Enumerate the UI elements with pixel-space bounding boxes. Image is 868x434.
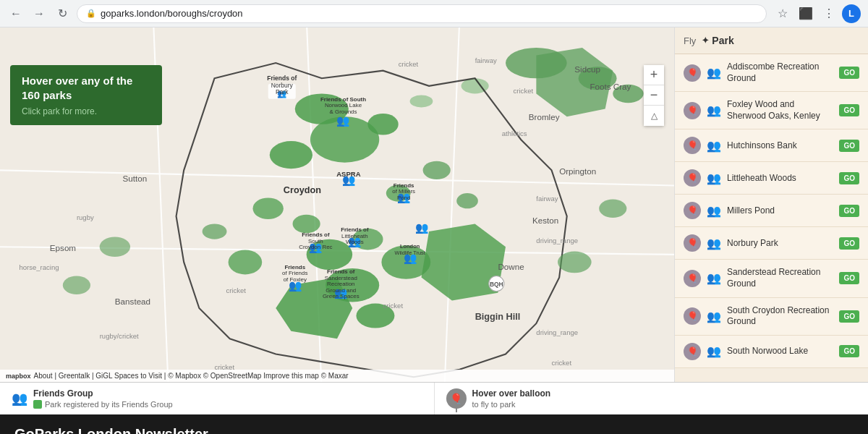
go-badge[interactable]: GO: [839, 345, 859, 357]
zoom-out-button[interactable]: −: [644, 85, 664, 106]
svg-point-14: [270, 141, 312, 169]
park-group-icon: 👥: [707, 139, 721, 153]
svg-text:Croydon: Croydon: [284, 185, 321, 195]
svg-point-10: [410, 95, 433, 108]
svg-point-27: [293, 215, 320, 233]
friends-group-icon: 👥: [12, 391, 27, 407]
panel-header: Fly ✦ Park: [675, 27, 868, 54]
svg-text:Downe: Downe: [498, 262, 524, 271]
park-list-item[interactable]: 🎈 👥 Sanderstead Recreation Ground GO: [675, 260, 868, 297]
park-list-item[interactable]: 🎈 👥 Addiscombe Recreation Ground GO: [675, 54, 868, 92]
bookmark-btn[interactable]: ☆: [773, 4, 793, 24]
svg-text:Wildlife Trust: Wildlife Trust: [394, 250, 425, 256]
map-container[interactable]: Sidcup Foots Cray Bromley Orpington Kest…: [0, 27, 674, 382]
park-balloon-icon: 🎈: [684, 137, 701, 154]
svg-point-22: [229, 250, 263, 274]
svg-text:Green Spaces: Green Spaces: [323, 293, 359, 299]
svg-text:Biggin Hill: Biggin Hill: [475, 312, 521, 322]
park-group-icon: 👥: [707, 310, 721, 323]
browser-chrome: ← → ↻ 🔒 goparks.london/boroughs/croydon …: [0, 0, 868, 27]
svg-text:Foots Cray: Foots Cray: [590, 82, 631, 91]
svg-point-24: [423, 161, 451, 179]
svg-text:Pond: Pond: [397, 195, 411, 201]
map-panel-area: Sidcup Foots Cray Bromley Orpington Kest…: [0, 27, 868, 382]
balloon-legend: 🎈 Hover over balloon to fly to park: [435, 383, 869, 414]
forward-button[interactable]: →: [30, 5, 48, 22]
go-badge[interactable]: GO: [839, 140, 859, 152]
park-group-icon: 👥: [707, 103, 721, 117]
svg-text:cricket: cricket: [383, 302, 404, 310]
park-list-item[interactable]: 🎈 👥 Millers Pond GO: [675, 195, 868, 227]
svg-text:cricket: cricket: [226, 286, 246, 294]
friends-group-text: Friends Group Park registered by its Fri…: [33, 388, 173, 409]
go-badge[interactable]: GO: [839, 272, 859, 284]
go-badge[interactable]: GO: [839, 104, 859, 116]
park-group-icon: 👥: [707, 204, 721, 218]
svg-text:Orpington: Orpington: [559, 166, 596, 176]
hover-tooltip: Hover over any of the 160 parks Click pa…: [10, 65, 162, 125]
park-list-item[interactable]: 🎈 👥 South Norwood Lake GO: [675, 336, 868, 368]
reload-button[interactable]: ↻: [54, 5, 71, 22]
go-badge[interactable]: GO: [839, 205, 859, 217]
park-list-item[interactable]: 🎈 👥 Foxley Wood and Sherwood Oaks, Kenle…: [675, 92, 868, 129]
main-content: Sidcup Foots Cray Bromley Orpington Kest…: [0, 27, 868, 434]
park-group-icon: 👥: [707, 237, 721, 250]
go-badge[interactable]: GO: [839, 237, 859, 250]
zoom-in-button[interactable]: +: [644, 65, 664, 85]
svg-text:rugby/cricket: rugby/cricket: [100, 332, 139, 340]
svg-text:Woods: Woods: [346, 239, 364, 245]
park-balloon-icon: 🎈: [684, 169, 701, 187]
newsletter-bar: GoParks London Newsletter: [0, 414, 868, 434]
friends-group-title: Friends Group: [33, 388, 173, 399]
go-badge[interactable]: GO: [839, 172, 859, 184]
map-controls: + − △: [644, 65, 664, 126]
svg-point-34: [599, 200, 626, 218]
park-group-icon: 👥: [707, 271, 721, 285]
svg-point-32: [63, 276, 90, 294]
park-group-icon: 👥: [707, 66, 721, 80]
park-name: Foxley Wood and Sherwood Oaks, Kenley: [727, 99, 833, 122]
back-button[interactable]: ←: [7, 5, 25, 22]
park-list-item[interactable]: 🎈 👥 Norbury Park GO: [675, 227, 868, 260]
go-badge[interactable]: GO: [839, 67, 859, 79]
svg-point-23: [203, 224, 227, 239]
park-balloon-icon: 🎈: [684, 202, 701, 219]
park-group-icon: 👥: [707, 171, 721, 185]
svg-text:driving_range: driving_range: [536, 328, 578, 336]
svg-text:cricket: cricket: [552, 359, 572, 367]
north-button[interactable]: △: [644, 106, 664, 126]
fly-label: Fly: [684, 35, 696, 46]
menu-btn[interactable]: ⋮: [819, 4, 839, 24]
green-square-icon: [33, 400, 42, 409]
svg-text:ASPRA: ASPRA: [336, 170, 360, 178]
park-balloon-icon: 🎈: [684, 307, 701, 325]
svg-text:rugby: rugby: [77, 213, 94, 221]
svg-text:Norbury: Norbury: [271, 82, 294, 89]
browser-actions: ☆ ⬛ ⋮ L: [773, 4, 861, 24]
svg-text:& Grounds: & Grounds: [329, 109, 357, 115]
friends-group-subtitle: Park registered by its Friends Group: [33, 400, 173, 409]
park-header-icon: ✦: [702, 35, 709, 46]
svg-text:BQH: BQH: [490, 281, 503, 288]
go-badge[interactable]: GO: [839, 310, 859, 323]
svg-point-25: [456, 193, 478, 208]
svg-text:Park: Park: [276, 88, 289, 95]
park-list-item[interactable]: 🎈 👥 Littleheath Woods GO: [675, 162, 868, 195]
svg-text:fairway: fairway: [536, 195, 558, 203]
balloon-text: Hover over balloon to fly to park: [472, 388, 551, 409]
svg-text:fairway: fairway: [475, 56, 497, 64]
panel-scroll-container[interactable]: 🎈 👥 Addiscombe Recreation Ground GO 🎈 👥 …: [675, 54, 868, 382]
address-bar[interactable]: 🔒 goparks.london/boroughs/croydon: [77, 4, 767, 23]
url-text: goparks.london/boroughs/croydon: [101, 8, 243, 19]
svg-point-21: [253, 197, 284, 219]
park-list-item[interactable]: 🎈 👥 South Croydon Recreation Ground GO: [675, 298, 868, 336]
park-list-item[interactable]: 🎈 👥 Hutchinsons Bank GO: [675, 129, 868, 162]
park-header: ✦ Park: [702, 35, 733, 46]
park-balloon-icon: 🎈: [684, 102, 701, 119]
svg-text:of Foxley: of Foxley: [284, 276, 307, 283]
extensions-btn[interactable]: ⬛: [796, 4, 816, 24]
park-balloon-icon: 🎈: [684, 343, 701, 360]
svg-text:cricket: cricket: [399, 60, 419, 68]
svg-text:athletics: athletics: [502, 129, 527, 137]
profile-button[interactable]: L: [842, 4, 861, 23]
